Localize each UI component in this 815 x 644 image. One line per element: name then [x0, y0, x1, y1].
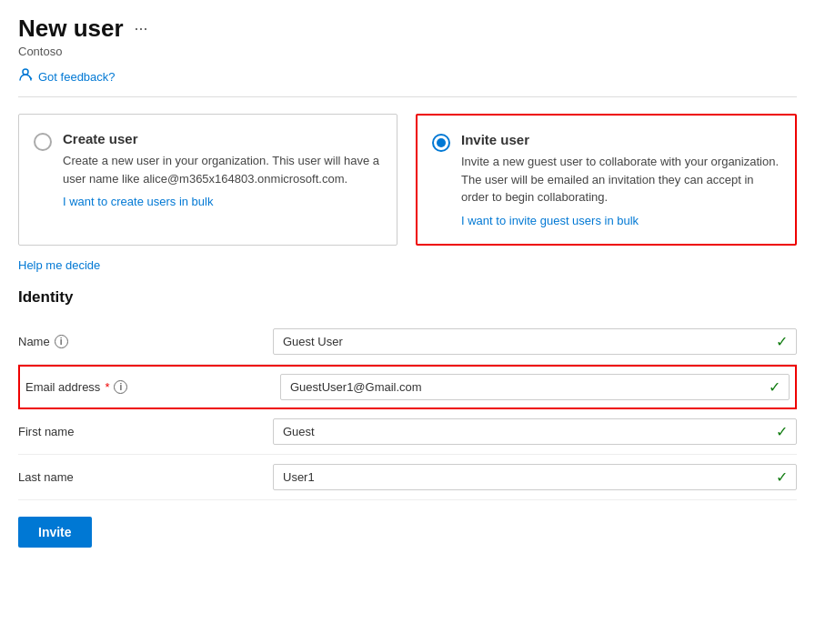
ellipsis-menu[interactable]: ··· [135, 19, 148, 38]
input-email[interactable] [280, 374, 790, 400]
feedback-text[interactable]: Got feedback? [38, 70, 116, 84]
user-type-card-row: Create user Create a new user in your or… [18, 114, 797, 246]
invite-user-desc: Invite a new guest user to collaborate w… [461, 153, 780, 206]
form-row-lastname: Last name✓ [18, 455, 797, 500]
invite-user-title: Invite user [461, 132, 780, 147]
identity-form: Name i✓Email address * i✓First name✓Last… [18, 319, 797, 500]
create-user-desc: Create a new user in your organization. … [63, 152, 382, 187]
create-user-radio[interactable] [34, 133, 52, 151]
create-user-title: Create user [63, 131, 382, 146]
invite-user-bulk-link[interactable]: I want to invite guest users in bulk [461, 214, 780, 227]
input-lastname[interactable] [273, 464, 797, 490]
check-icon-lastname: ✓ [776, 468, 788, 486]
invite-button[interactable]: Invite [18, 517, 92, 548]
identity-section-title: Identity [18, 288, 797, 307]
input-wrap-email: ✓ [280, 374, 790, 400]
check-icon-firstname: ✓ [776, 423, 788, 440]
subtitle: Contoso [18, 45, 797, 58]
required-star: * [105, 380, 109, 394]
input-wrap-firstname: ✓ [273, 418, 797, 445]
form-label-name: Name i [18, 335, 273, 348]
check-icon-name: ✓ [776, 333, 788, 350]
form-label-firstname: First name [18, 425, 273, 438]
feedback-icon [18, 67, 33, 86]
create-user-card[interactable]: Create user Create a new user in your or… [18, 114, 397, 246]
form-row-firstname: First name✓ [18, 409, 797, 455]
invite-user-card[interactable]: Invite user Invite a new guest user to c… [416, 114, 797, 246]
info-icon-email[interactable]: i [114, 380, 127, 394]
invite-user-card-content: Invite user Invite a new guest user to c… [461, 132, 780, 227]
input-wrap-name: ✓ [273, 328, 797, 355]
help-me-decide-link[interactable]: Help me decide [18, 258, 100, 272]
invite-user-radio[interactable] [432, 134, 450, 152]
feedback-bar: Got feedback? [18, 67, 797, 97]
form-label-email: Email address * i [25, 380, 280, 394]
info-icon-name[interactable]: i [55, 335, 68, 348]
input-firstname[interactable] [273, 418, 797, 445]
create-user-bulk-link[interactable]: I want to create users in bulk [63, 195, 382, 208]
input-name[interactable] [273, 328, 797, 355]
svg-point-0 [23, 69, 28, 75]
page-title: New user [18, 15, 124, 43]
invite-user-radio-inner [437, 138, 446, 147]
check-icon-email: ✓ [769, 378, 780, 396]
form-row-email: Email address * i✓ [18, 365, 797, 409]
form-row-name: Name i✓ [18, 319, 797, 365]
input-wrap-lastname: ✓ [273, 464, 797, 490]
create-user-card-content: Create user Create a new user in your or… [63, 131, 382, 208]
form-label-lastname: Last name [18, 470, 273, 484]
